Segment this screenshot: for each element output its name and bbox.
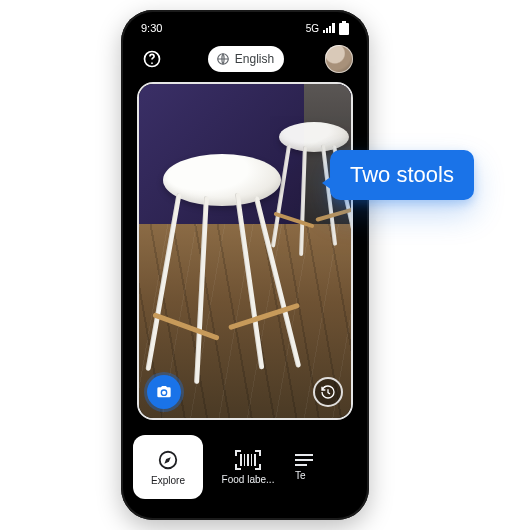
language-label: English: [235, 52, 274, 66]
camera-icon: [156, 384, 172, 400]
stool-front: [147, 154, 297, 384]
account-avatar[interactable]: [325, 45, 353, 73]
history-button[interactable]: [313, 377, 343, 407]
barcode-icon: [235, 450, 261, 470]
shutter-button[interactable]: [147, 375, 181, 409]
speech-bubble: Two stools: [330, 150, 474, 200]
mode-food-label[interactable]: Food labe...: [213, 435, 283, 499]
svg-rect-6: [295, 464, 307, 466]
clock-time: 9:30: [141, 22, 162, 34]
speech-bubble-text: Two stools: [350, 162, 454, 187]
camera-scene: [139, 84, 351, 418]
mode-text-partial[interactable]: Te: [293, 435, 323, 499]
svg-rect-5: [295, 459, 313, 461]
mode-explore[interactable]: Explore: [133, 435, 203, 499]
lines-icon: [295, 454, 313, 466]
battery-icon: [339, 21, 349, 35]
mode-bar: Explore Food labe... Te: [127, 428, 363, 514]
svg-point-1: [151, 62, 153, 64]
mode-food-label-text: Food labe...: [222, 474, 275, 485]
phone-frame: 9:30 5G English: [121, 10, 369, 520]
network-label: 5G: [306, 23, 319, 34]
status-bar: 9:30 5G: [127, 16, 363, 40]
camera-viewfinder[interactable]: [137, 82, 353, 420]
history-icon: [320, 384, 336, 400]
compass-icon: [157, 449, 179, 471]
language-selector[interactable]: English: [208, 46, 284, 72]
svg-rect-4: [295, 454, 313, 456]
help-button[interactable]: [137, 44, 167, 74]
mode-text-label: Te: [295, 470, 306, 481]
signal-icon: [323, 23, 335, 33]
globe-icon: [216, 52, 230, 66]
mode-explore-label: Explore: [151, 475, 185, 486]
